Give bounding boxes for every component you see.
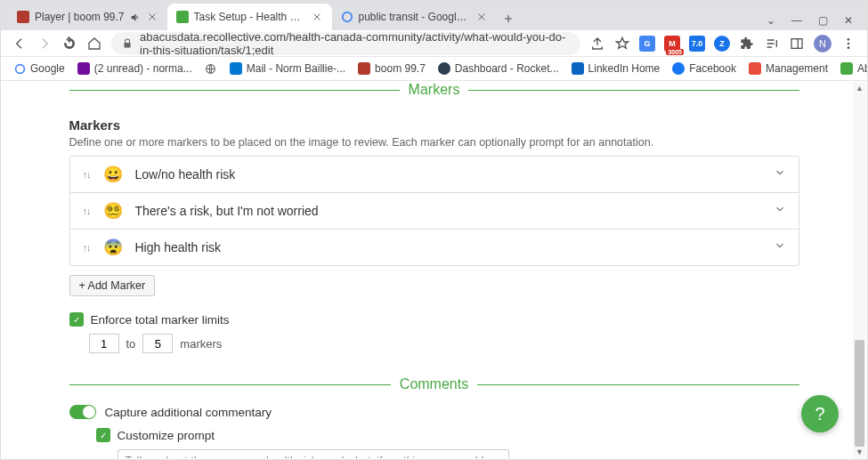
chevron-down-icon[interactable]: ⌄ <box>767 14 775 27</box>
ext-icon[interactable]: Z <box>714 36 730 52</box>
customize-prompt-checkbox[interactable]: ✓ Customize prompt <box>96 428 799 442</box>
favicon-recollective <box>176 11 189 23</box>
limit-max-input[interactable] <box>142 334 173 353</box>
favicon-boom <box>17 11 29 23</box>
bookmark-label: (2 unread) - norma... <box>94 62 192 75</box>
section-divider-markers: Markers <box>69 82 799 98</box>
add-marker-button[interactable]: + Add Marker <box>69 275 156 296</box>
bookmark[interactable]: Dashboard - Rocket... <box>438 62 559 75</box>
bookmark[interactable]: Google <box>13 62 65 75</box>
bookmarks-bar: Google (2 unread) - norma... Mail - Norm… <box>1 57 867 81</box>
svg-point-2 <box>848 38 850 41</box>
tab-title: Task Setup - Health Canada Com <box>194 11 306 23</box>
svg-point-5 <box>15 64 24 73</box>
url-text: abacusdata.recollective.com/health-canad… <box>140 30 570 57</box>
new-tab-button[interactable] <box>497 7 520 30</box>
reading-list-icon[interactable] <box>764 36 780 52</box>
prompt-text-input[interactable]: Tell us about the scene, any health risk… <box>118 449 509 458</box>
checkbox-checked-icon: ✓ <box>96 428 110 442</box>
bookmark-label: boom 99.7 <box>375 62 426 75</box>
back-button[interactable] <box>12 36 28 52</box>
toggle-on-icon <box>69 405 96 419</box>
bookmark-label: Google <box>30 62 65 75</box>
scroll-thumb[interactable] <box>855 340 864 447</box>
scrollbar[interactable]: ▲ ▼ <box>853 82 866 458</box>
marker-row[interactable]: ↑↓ 😀 Low/no health risk <box>70 157 799 192</box>
chevron-down-icon[interactable] <box>774 239 786 255</box>
tab-google-search[interactable]: public transit - Google Search <box>332 4 497 30</box>
bookmark-label: Dashboard - Rocket... <box>455 62 559 75</box>
globe-icon <box>205 62 217 75</box>
favicon-icon <box>572 62 584 75</box>
to-label: to <box>126 337 136 351</box>
enforce-limits-checkbox[interactable]: ✓ Enforce total marker limits <box>69 312 799 327</box>
svg-point-0 <box>342 12 352 22</box>
ext-icon[interactable]: M3005 <box>664 36 680 52</box>
bookmark[interactable]: Mail - Norm Baillie-... <box>230 62 345 75</box>
drag-handle-icon[interactable]: ↑↓ <box>83 206 91 216</box>
favicon-icon <box>840 62 853 75</box>
address-bar[interactable]: abacusdata.recollective.com/health-canad… <box>111 32 580 55</box>
bookmark-label: Facebook <box>689 62 736 75</box>
close-icon[interactable] <box>147 12 158 23</box>
marker-emoji: 😀 <box>103 165 123 184</box>
tab-title: public transit - Google Search <box>359 11 471 23</box>
forward-button[interactable] <box>37 36 53 52</box>
marker-emoji: 😵‍💫 <box>103 201 123 221</box>
menu-icon[interactable] <box>840 36 856 52</box>
bookmark-label: Abacus Data <box>857 62 868 75</box>
tab-task-setup[interactable]: Task Setup - Health Canada Com <box>167 4 332 30</box>
home-button[interactable] <box>86 36 102 52</box>
drag-handle-icon[interactable]: ↑↓ <box>83 242 91 253</box>
maximize-icon[interactable]: ▢ <box>818 14 828 27</box>
marker-row[interactable]: ↑↓ 😨 High health risk <box>70 229 799 265</box>
marker-label: High health risk <box>135 240 761 254</box>
marker-limit-inputs: to markers <box>89 334 799 353</box>
svg-point-3 <box>848 42 850 44</box>
bookmark[interactable] <box>205 62 217 75</box>
ext-icon[interactable]: 7.0 <box>689 36 705 52</box>
window-controls: ⌄ ― ▢ ✕ <box>752 14 867 30</box>
ext-icon[interactable]: G <box>639 36 655 52</box>
close-window-icon[interactable]: ✕ <box>844 14 853 27</box>
reload-button[interactable] <box>61 36 77 52</box>
extensions-icon[interactable] <box>739 36 755 52</box>
marker-label: There's a risk, but I'm not worried <box>135 204 761 218</box>
close-icon[interactable] <box>312 12 323 23</box>
markers-heading: Markers <box>69 117 799 133</box>
profile-avatar[interactable]: N <box>814 35 831 52</box>
limit-min-input[interactable] <box>89 334 119 353</box>
bookmark-label: LinkedIn Home <box>588 62 661 75</box>
scroll-up-icon[interactable]: ▲ <box>853 82 866 94</box>
bookmark[interactable]: (2 unread) - norma... <box>77 62 192 75</box>
bookmark[interactable]: boom 99.7 <box>358 62 426 75</box>
share-icon[interactable] <box>589 36 605 52</box>
help-fab[interactable]: ? <box>801 395 839 432</box>
minimize-icon[interactable]: ― <box>791 14 802 27</box>
chevron-down-icon[interactable] <box>774 203 786 219</box>
scroll-down-icon[interactable]: ▼ <box>853 446 866 458</box>
marker-emoji: 😨 <box>103 238 123 257</box>
close-icon[interactable] <box>476 12 488 23</box>
favicon-icon <box>230 62 242 75</box>
bookmark[interactable]: LinkedIn Home <box>572 62 661 75</box>
audio-icon[interactable] <box>130 12 142 23</box>
capture-commentary-toggle[interactable]: Capture additional commentary <box>69 405 799 419</box>
bookmark-label: Mail - Norm Baillie-... <box>247 62 345 75</box>
tab-boom[interactable]: Player | boom 99.7 <box>8 4 167 30</box>
toolbar: abacusdata.recollective.com/health-canad… <box>1 30 867 57</box>
favicon-icon <box>358 62 370 75</box>
chevron-down-icon[interactable] <box>774 166 786 182</box>
bookmark-star-icon[interactable] <box>614 36 630 52</box>
bookmark[interactable]: Facebook <box>672 62 736 75</box>
customize-label: Customize prompt <box>118 429 215 442</box>
favicon-google <box>341 11 353 23</box>
bookmark[interactable]: Abacus Data <box>840 62 868 75</box>
drag-handle-icon[interactable]: ↑↓ <box>83 169 91 180</box>
tab-title: Player | boom 99.7 <box>35 11 125 23</box>
bookmark[interactable]: Management <box>749 62 828 75</box>
marker-row[interactable]: ↑↓ 😵‍💫 There's a risk, but I'm not worri… <box>70 192 799 229</box>
capture-label: Capture additional commentary <box>105 406 272 419</box>
checkbox-checked-icon: ✓ <box>69 312 84 327</box>
sidepanel-icon[interactable] <box>789 36 805 52</box>
